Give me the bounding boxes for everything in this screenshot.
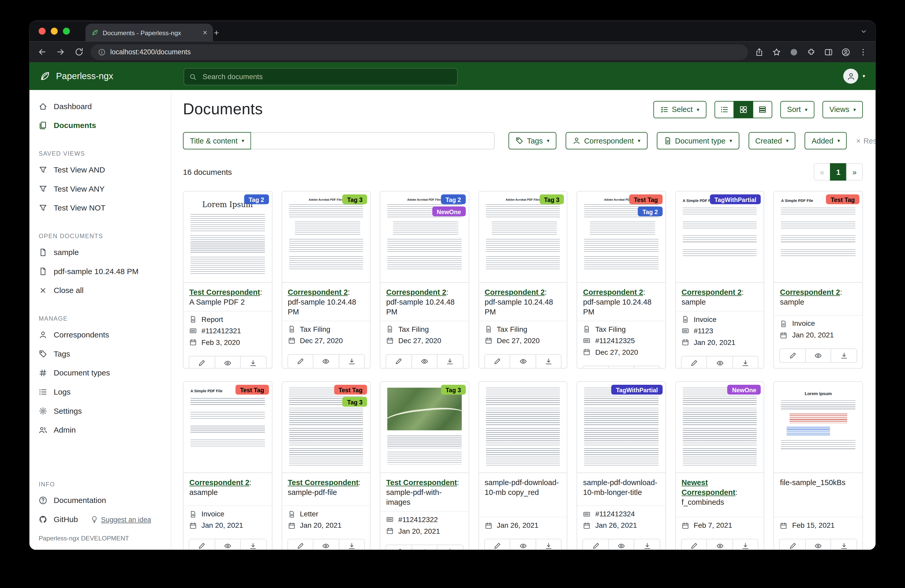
download-button[interactable] [240,356,267,369]
close-window-button[interactable] [38,28,46,35]
view-button[interactable] [805,348,832,363]
zoom-window-button[interactable] [63,28,70,35]
correspondent-link[interactable]: Correspondent 2 [484,288,545,296]
correspondent-link[interactable]: Test Correspondent [386,478,457,487]
edit-button[interactable] [583,539,609,550]
suggest-an-idea-link[interactable]: Suggest an idea [90,515,151,523]
sidebar-item-settings[interactable]: Settings [30,402,91,421]
browser-menu-icon[interactable] [859,48,867,56]
tag-badge-tag-3[interactable]: Tag 3 [343,195,367,204]
view-button[interactable] [510,539,536,550]
extensions-puzzle-icon[interactable] [807,48,816,56]
download-button[interactable] [339,539,365,550]
site-info-icon[interactable] [98,48,106,55]
sort-button[interactable]: Sort ▾ [780,101,814,118]
new-tab-button[interactable]: + [210,25,224,39]
url-field[interactable]: localhost:4200/documents [90,44,748,60]
edit-button[interactable] [386,544,412,550]
download-button[interactable] [831,539,857,550]
document-thumbnail[interactable] [479,382,567,473]
view-button[interactable] [707,539,733,550]
correspondent-link[interactable]: Correspondent 2 [681,288,741,296]
document-thumbnail[interactable]: A Simple PDF FileTest Tag [183,382,272,473]
download-button[interactable] [240,539,267,550]
tag-badge-tagwithpartial[interactable]: TagWithPartial [710,195,761,204]
document-thumbnail[interactable]: Adobe Acrobat PDF FilesTest TagTag 2 [577,192,665,283]
correspondent-link[interactable]: Correspondent 2 [288,288,348,296]
download-button[interactable] [732,539,759,550]
edit-button[interactable] [189,539,215,550]
sidebar-item-sample[interactable]: sample [30,243,88,262]
edit-button[interactable] [484,354,510,368]
download-button[interactable] [831,348,857,363]
correspondent-link[interactable]: Newest Correspondent [681,478,735,496]
select-button[interactable]: Select ▾ [653,101,706,118]
edit-button[interactable] [681,539,707,550]
edit-button[interactable] [583,366,609,369]
sidebar-item-admin[interactable]: Admin [30,420,85,440]
download-button[interactable] [535,354,562,368]
forward-icon[interactable] [56,47,65,57]
sidebar-item-document-types[interactable]: Document types [30,363,119,382]
tag-badge-tag-3[interactable]: Tag 3 [343,397,367,407]
sidebar-item-logs[interactable]: Logs [30,382,80,402]
brand-logo[interactable]: Paperless-ngx [39,70,113,82]
correspondent-link[interactable]: Correspondent 2 [189,478,249,487]
sidebar-item-test-view-any[interactable]: Test View ANY [30,179,114,198]
tag-badge-tagwithpartial[interactable]: TagWithPartial [611,385,662,395]
edit-button[interactable] [386,354,412,368]
tag-badge-tag-2[interactable]: Tag 2 [244,195,268,204]
correspondent-link[interactable]: Test Correspondent [189,288,260,296]
sidebar-item-test-view-and[interactable]: Test View AND [30,160,114,179]
tag-badge-newone[interactable]: NewOne [432,207,465,216]
view-button[interactable] [313,354,339,368]
filter-added-button[interactable]: Added▾ [805,132,847,149]
view-button[interactable] [805,539,832,550]
document-thumbnail[interactable]: Adobe Acrobat PDF FilesTag 3 [479,192,567,283]
edit-button[interactable] [287,539,314,550]
document-thumbnail[interactable]: NewOne [676,382,764,473]
tag-badge-tag-3[interactable]: Tag 3 [540,195,564,204]
view-button[interactable] [313,539,339,550]
sidebar-item-pdf-sample-10-24-48-pm[interactable]: pdf-sample 10.24.48 PM [30,262,148,281]
view-grid-button[interactable] [734,101,753,118]
filter-tags-button[interactable]: Tags▾ [508,132,556,149]
document-thumbnail[interactable]: Lorem ipsum [774,382,862,473]
document-thumbnail[interactable]: Lorem IpsumTag 2 [183,192,272,283]
search-field-dropdown[interactable]: Title & content ▾ [183,132,251,149]
reset-filters-button[interactable]: × Reset filters [856,136,875,145]
document-thumbnail[interactable]: Adobe Acrobat PDF FilesTag 3 [282,192,370,283]
tag-badge-tag-2[interactable]: Tag 2 [441,195,465,204]
view-button[interactable] [608,366,635,369]
view-list-button[interactable] [714,101,734,118]
correspondent-link[interactable]: Correspondent 2 [386,288,446,296]
download-button[interactable] [634,366,660,369]
bookmark-star-icon[interactable] [772,48,781,56]
filter-correspondent-button[interactable]: Correspondent▾ [565,132,647,149]
view-button[interactable] [214,539,241,550]
download-button[interactable] [339,354,365,368]
sidebar-item-tags[interactable]: Tags [30,344,79,364]
download-button[interactable] [437,544,464,550]
document-thumbnail[interactable]: Adobe Acrobat PDF FilesTag 2NewOne [380,192,468,283]
tag-badge-tag-2[interactable]: Tag 2 [638,207,662,216]
edit-button[interactable] [189,356,215,369]
sidebar-item-close-all[interactable]: Close all [30,281,93,300]
sidebar-item-dashboard[interactable]: Dashboard [30,97,101,116]
edit-button[interactable] [484,539,510,550]
sidebar-item-documentation[interactable]: Documentation [30,491,115,510]
tag-badge-test-tag[interactable]: Test Tag [334,385,367,395]
edit-button[interactable] [681,356,707,369]
edit-button[interactable] [287,354,314,368]
pagination-next-button[interactable]: » [846,163,863,181]
filter-created-button[interactable]: Created▾ [748,132,795,149]
view-details-button[interactable] [753,101,772,118]
view-button[interactable] [214,356,241,369]
pagination-page-1-button[interactable]: 1 [830,163,847,181]
share-icon[interactable] [755,48,764,56]
correspondent-link[interactable]: Correspondent 2 [583,288,643,296]
sidebar-item-test-view-not[interactable]: Test View NOT [30,198,115,217]
pagination-prev-button[interactable]: « [814,163,831,181]
view-button[interactable] [510,354,536,368]
minimize-window-button[interactable] [51,28,58,35]
